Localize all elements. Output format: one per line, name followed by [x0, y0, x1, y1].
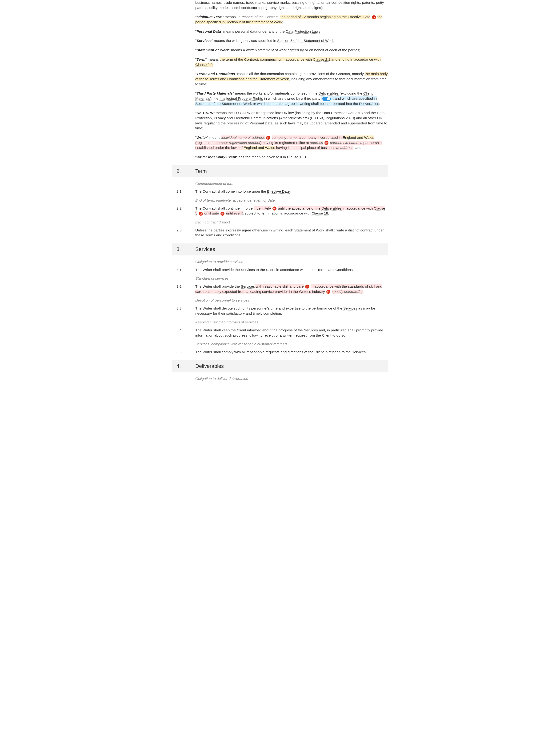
clause-3-4: 3.4 The Writer shall keep the Client inf… [172, 328, 388, 338]
or-badge[interactable]: or [324, 141, 328, 145]
clause-number: 2.3 [172, 228, 195, 238]
or-badge[interactable]: or [372, 15, 376, 19]
highlight-pink: until event [226, 211, 243, 215]
clause-body: The Writer shall keep the Client informe… [195, 328, 388, 338]
link-deliverables[interactable]: Deliverables [318, 91, 338, 96]
clause-number: 3.3 [172, 306, 195, 316]
or-badge[interactable]: or [272, 206, 276, 210]
text: ; [334, 38, 334, 42]
section-title: Term [195, 168, 207, 175]
def-writer: "Writer" means individual name of addres… [195, 135, 388, 150]
text: " means, in respect of the Contract, [222, 15, 280, 19]
link-services[interactable]: Services [241, 284, 255, 289]
link-deliverables[interactable]: Deliverables [321, 206, 341, 210]
clause-body: The Writer shall comply with all reasona… [195, 349, 388, 355]
clause-3-2: 3.2 The Writer shall provide the Service… [172, 284, 388, 294]
text: " means [207, 136, 222, 139]
clause-body: The Writer shall devote such of its pers… [195, 306, 388, 316]
placeholder: specify standard(s) [332, 290, 363, 294]
term: UK GDPR [197, 111, 214, 115]
clause-note: Standard of services [195, 276, 388, 281]
link-dp-laws[interactable]: Data Protection Laws [286, 29, 320, 34]
document-page: business names, trade names, trade marks… [167, 0, 393, 391]
def-term: "Term" means the term of the Contract, c… [195, 57, 388, 67]
section-head-deliverables: 4. Deliverables [172, 360, 388, 372]
link-ipr[interactable]: Intellectual Property Rights [220, 97, 263, 101]
link-clause-2-2[interactable]: Clause 2.2 [195, 62, 213, 67]
def-writer-indemnity-event: "Writer Indemnity Event" has the meaning… [195, 155, 388, 160]
section-number: 3. [176, 246, 195, 253]
def-sow: "Statement of Work" means a written stat… [195, 47, 388, 53]
highlight-pink: indefinitely [254, 206, 271, 210]
or-badge[interactable]: or [266, 136, 270, 140]
clause-body: The Writer shall provide the Services wi… [195, 284, 388, 294]
def-terms-conditions: "Terms and Conditions" means all the doc… [195, 71, 388, 87]
text: ; [320, 29, 321, 33]
clause-number: 3.5 [172, 349, 195, 355]
clause-note: Obligation to deliver deliverables [195, 376, 388, 381]
clause-3-5: 3.5 The Writer shall comply with all rea… [172, 349, 388, 355]
text: ; [282, 20, 283, 24]
or-badge[interactable]: or [199, 212, 203, 216]
term: Term [197, 57, 205, 61]
clause-number: 3.1 [172, 267, 195, 272]
highlight: the period of 12 months beginning on the… [280, 15, 370, 19]
highlight-pink: individual name of address [222, 136, 265, 139]
clause-3-1: 3.1 The Writer shall provide the Service… [172, 267, 388, 272]
link-clause-15-1[interactable]: Clause 15.1 [287, 155, 307, 159]
link-deliverables[interactable]: Deliverables [359, 102, 379, 106]
def-services: "Services" means the writing services sp… [195, 38, 388, 43]
link-section-4[interactable]: Section 4 of the Statement of Work [195, 102, 252, 106]
link-services[interactable]: Services [343, 306, 357, 310]
section-head-term: 2. Term [172, 165, 388, 177]
highlight-pink: until date [204, 211, 219, 215]
text: " means personal data under any of the [221, 29, 286, 33]
text: ; [213, 62, 214, 66]
clause-2-2: 2.2 The Contract shall continue in force… [172, 206, 388, 216]
or-badge[interactable]: or [221, 212, 225, 216]
link-effective-date[interactable]: Effective Date [267, 189, 290, 193]
link-section-2[interactable]: Section 2 of the Statement of Work [226, 20, 282, 24]
link-services[interactable]: Services [241, 268, 255, 272]
term: Terms and Conditions [197, 72, 235, 76]
clause-note: Commencement of term [195, 181, 388, 186]
def-third-party-materials: "Third Party Materials" means the works … [195, 91, 388, 106]
text: (excluding the [338, 91, 363, 95]
or-badge[interactable]: or [326, 290, 330, 294]
link-services[interactable]: Services [352, 350, 366, 354]
def-minimum-term: "Minimum Term" means, in respect of the … [195, 14, 388, 24]
section-number: 2. [176, 168, 195, 175]
section-number: 4. [176, 363, 195, 370]
clause-note: End of term: indefinite, acceptance, eve… [195, 198, 388, 203]
clause-2-3: 2.3 Unless the parties expressly agree o… [172, 228, 388, 238]
term: Minimum Term [197, 15, 223, 19]
text: " means the works and/or materials compr… [233, 91, 318, 95]
clause-3-3: 3.3 The Writer shall devote such of its … [172, 306, 388, 316]
link-sow[interactable]: Statement of Work [294, 228, 324, 233]
clause-number: 3.4 [172, 328, 195, 338]
section-head-services: 3. Services [172, 244, 388, 256]
link-clause-2-1[interactable]: Clause 2.1 [313, 57, 330, 61]
text: " has the meaning given to it in [236, 155, 287, 159]
clause-note: Devotion of personnel to services [195, 298, 388, 303]
clause-body: The Writer shall provide the Services to… [195, 267, 388, 272]
clause-body: The Contract shall continue in force ind… [195, 206, 388, 216]
link-services[interactable]: Services [304, 328, 318, 332]
clause-number: 2.1 [172, 189, 195, 194]
link-clause-18[interactable]: Clause 18 [311, 211, 328, 215]
clause-note: Obligation to provide services [195, 259, 388, 264]
toggle-switch[interactable] [322, 97, 331, 101]
section-title: Deliverables [195, 363, 224, 370]
def-ip-fragment: business names, trade names, trade marks… [195, 0, 388, 10]
toggle-knob [327, 97, 330, 101]
text: " means [205, 57, 220, 61]
section-title: Services [195, 246, 215, 253]
clause-number: 3.2 [172, 284, 195, 294]
link-personal-data[interactable]: Personal Data [249, 121, 272, 125]
or-badge[interactable]: or [305, 285, 309, 289]
term: Services [197, 38, 212, 42]
link-section-3[interactable]: Section 3 of the Statement of Work [277, 38, 334, 43]
clause-note: Each contract distinct [195, 220, 388, 225]
link-effective-date[interactable]: Effective Date [348, 15, 370, 19]
def-personal-data: "Personal Data" means personal data unde… [195, 29, 388, 34]
